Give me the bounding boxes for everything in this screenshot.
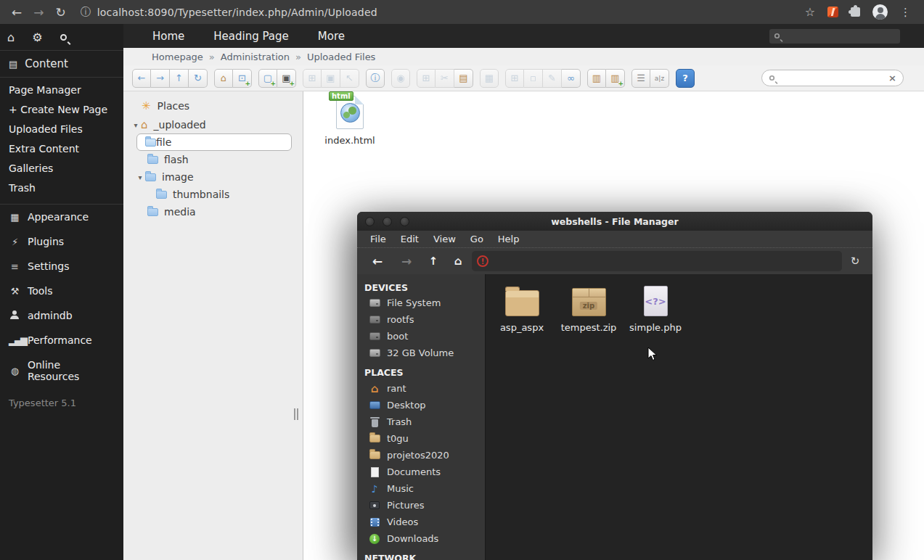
sidebar-item-page-manager[interactable]: Page Manager [0,81,123,100]
address-bar[interactable]: localhost:8090/Typesetter/index.php/Admi… [97,7,377,18]
fm-back-button[interactable]: ← [364,254,391,268]
place-t0gu[interactable]: t0gu [357,430,485,447]
file-tempest-zip[interactable]: zip tempest.zip [560,283,618,333]
duplicate-button[interactable]: ⊞ [303,69,322,88]
sidebar-section-settings[interactable]: ≡ Settings [0,254,123,279]
sidebar-item-extra-content[interactable]: Extra Content [0,139,123,159]
back-button[interactable]: ← [132,69,151,88]
clear-search-icon[interactable]: × [888,73,896,83]
sidebar-section-plugins[interactable]: ⚡ Plugins [0,229,123,254]
reload-button[interactable]: ↻ [189,69,208,88]
page-info-icon[interactable]: ⓘ [81,6,91,19]
tree-root-uploaded[interactable]: ▾ ⌂ _uploaded [123,116,303,133]
fm-path-bar[interactable]: ! [472,251,842,271]
save-button[interactable]: ▣ [322,69,340,88]
topbar-search-box[interactable] [769,29,900,44]
device-file-system[interactable]: File System [357,295,485,311]
sidebar-section-tools[interactable]: ⚒ Tools [0,279,123,303]
rename-button[interactable]: a|z [650,69,669,88]
file-simple-php[interactable]: <?> simple.php [626,283,684,333]
sidebar-item-trash[interactable]: Trash [0,178,123,198]
file-asp-aspx[interactable]: asp_aspx [493,283,551,333]
profile-avatar[interactable] [872,4,888,20]
tree-node-image[interactable]: ▾ image [123,168,303,186]
place-videos[interactable]: Videos [357,514,485,530]
upload-button[interactable]: ▣+ [277,69,296,88]
topbar-search-input[interactable] [785,31,886,41]
sidebar-section-appearance[interactable]: ▦ Appearance [0,205,123,229]
finder-search-input[interactable] [780,73,883,83]
nav-home[interactable]: Home [152,30,184,43]
preview-button[interactable]: ◉ [391,69,410,88]
breadcrumb-administration[interactable]: Administration [221,52,290,62]
home-icon[interactable]: ⌂ [7,30,15,44]
place-projetos2020[interactable]: projetos2020 [357,447,485,464]
extract-button[interactable]: ▥+ [606,69,625,88]
place-documents[interactable]: Documents [357,464,485,480]
paste-button[interactable]: ▤ [454,69,473,88]
tree-places[interactable]: ✳ Places [123,96,303,116]
fm-forward-button[interactable]: → [393,254,420,268]
device-boot[interactable]: boot [357,328,485,345]
place-music[interactable]: ♪Music [357,480,485,497]
place-rant[interactable]: ⌂rant [357,380,485,397]
browser-back-icon[interactable]: ← [12,5,22,20]
help-button[interactable]: ? [676,69,695,88]
new-file-button[interactable]: ▢+ [258,69,277,88]
place-pictures[interactable]: Pictures [357,497,485,514]
menu-view[interactable]: View [426,234,463,244]
copy-button[interactable]: ⊞ [417,69,436,88]
links-button[interactable]: ∞ [562,69,581,88]
sidebar-section-admindb[interactable]: admindb [0,303,123,328]
archive-button[interactable]: ▦ [480,69,499,88]
tree-node-flash[interactable]: flash [123,151,303,168]
fm-files-pane[interactable]: asp_aspx zip tempest.zip <?> simple.php [486,274,872,560]
select-area-button[interactable]: ▫ [524,69,543,88]
sidebar-item-galleries[interactable]: Galleries [0,159,123,178]
tree-node-file-selected[interactable]: file [136,133,292,151]
nav-more[interactable]: More [318,30,345,43]
duplicate-2-button[interactable]: ⊞ [505,69,524,88]
extension-icon[interactable] [827,7,838,17]
sidebar-section-online-resources[interactable]: ◍ Online Resources [0,353,123,389]
sidebar-item-create-new-page[interactable]: + Create New Page [0,100,123,120]
menu-go[interactable]: Go [463,234,491,244]
file-index-html[interactable]: html index.html [318,96,382,146]
up-button[interactable]: ↑ [170,69,189,88]
menu-edit[interactable]: Edit [393,234,426,244]
device-32gb-volume[interactable]: 32 GB Volume [357,345,485,361]
device-rootfs[interactable]: rootfs [357,311,485,328]
bookmark-star-icon[interactable]: ☆ [805,5,815,19]
tree-node-media[interactable]: media [123,203,303,221]
breadcrumb-homepage[interactable]: Homepage [152,52,203,62]
gear-icon[interactable]: ⚙ [32,30,42,44]
home-dir-button[interactable]: ⌂ [214,69,233,88]
browser-reload-icon[interactable]: ↻ [56,5,66,20]
list-view-button[interactable]: ☰ [631,69,650,88]
sidebar-item-uploaded-files[interactable]: Uploaded Files [0,120,123,139]
sidebar-section-performance[interactable]: ▂▄▆ Performance [0,328,123,353]
fm-reload-button[interactable]: ↻ [845,255,865,268]
tree-node-thumbnails[interactable]: thumbnails [123,186,303,203]
search-icon[interactable] [60,34,67,41]
panel-resize-grip[interactable] [294,408,300,420]
caret-down-icon[interactable]: ▾ [131,121,141,129]
fm-home-button[interactable]: ⌂ [447,255,469,268]
edit-button[interactable]: ✎ [543,69,562,88]
sidebar-section-content[interactable]: ▤ Content [0,51,123,77]
finder-search-box[interactable]: × [761,70,904,86]
menu-help[interactable]: Help [491,234,527,244]
pointer-button[interactable]: ↖ [340,69,359,88]
mount-button[interactable]: ▥ [587,69,606,88]
nav-heading-page[interactable]: Heading Page [213,30,289,43]
place-downloads[interactable]: ↓Downloads [357,530,485,547]
cut-button[interactable]: ✂ [436,69,454,88]
forward-button[interactable]: → [151,69,170,88]
window-titlebar[interactable]: webshells - File Manager [357,212,872,231]
extensions-puzzle-icon[interactable] [851,7,860,17]
info-button[interactable]: ⓘ [366,69,385,88]
fm-up-button[interactable]: ↑ [422,255,444,268]
browser-forward-icon[interactable]: → [33,5,44,20]
desktop-button[interactable]: ⊡+ [233,69,252,88]
place-trash[interactable]: Trash [357,413,485,430]
